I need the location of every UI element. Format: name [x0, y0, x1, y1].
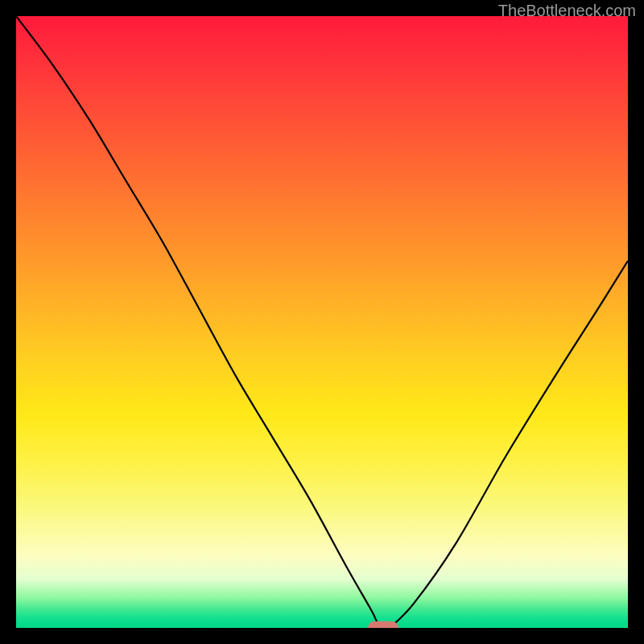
- chart-frame: TheBottleneck.com: [0, 0, 644, 644]
- gradient-background: [16, 16, 628, 628]
- optimal-point-marker: [368, 621, 398, 628]
- plot-area: [16, 16, 628, 628]
- watermark-text: TheBottleneck.com: [498, 2, 636, 20]
